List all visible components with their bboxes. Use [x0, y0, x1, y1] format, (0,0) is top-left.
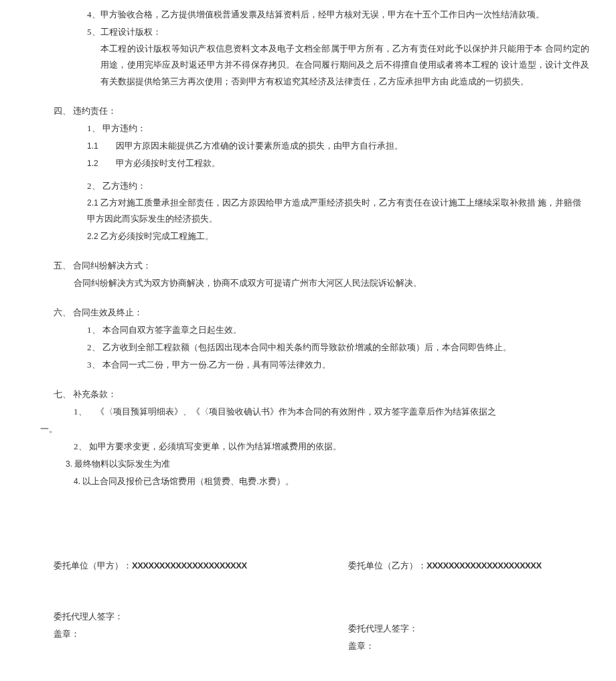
- s7-l1a: 1、 《〈项目预算明细表》、《〈项目验收确认书》作为本合同的有效附件，双方签字盖…: [27, 403, 589, 421]
- s4-yi-22: 2.2 乙方必须按时完成工程施工。: [27, 228, 589, 245]
- s4-jia-11: 1.1 因甲方原因未能提供乙方准确的设计要素所造成的损失，由甲方自行承担。: [27, 137, 589, 155]
- section-4-title: 四、 违约责任：: [27, 102, 589, 120]
- s7-l4: 4. 以上合同及报价已含场馆费用（租赁费、电费.水费）。: [27, 473, 589, 490]
- item-5-body: 本工程的设计版权等知识产权信息资料文本及电子文档全部属于甲方所有，乙方有责任对此…: [27, 41, 589, 90]
- signature-row-agents: 委托代理人签字： 盖章： 委托代理人签字： 盖章：: [27, 608, 589, 655]
- sig-yi: 委托单位（乙方）：XXXXXXXXXXXXXXXXXXXXX: [348, 557, 589, 575]
- section-7-title: 七、 补充条款：: [27, 386, 589, 403]
- item-4: 4、甲方验收合格，乙方提供增值税普通发票及结算资料后，经甲方核对无误，甲方在十五…: [27, 7, 589, 23]
- sig-yi-agent: 委托代理人签字： 盖章：: [348, 608, 589, 655]
- s6-l3: 3、 本合同一式二份，甲方一份.乙方一份，具有同等法律效力。: [27, 356, 589, 374]
- section-5-title: 五、 合同纠纷解决方式：: [27, 257, 589, 275]
- s4-jia-label: 1、 甲方违约：: [27, 120, 589, 137]
- s4-yi-label: 2、 乙方违约：: [27, 177, 589, 195]
- item-5-label: 5、工程设计版权：: [27, 23, 589, 41]
- sig-jia-agent: 委托代理人签字： 盖章：: [54, 608, 295, 655]
- signature-row-units: 委托单位（甲方）：XXXXXXXXXXXXXXXXXXXXX 委托单位（乙方）：…: [27, 557, 589, 575]
- section-5-body: 合同纠纷解决方式为双方协商解决，协商不成双方可提请广州市大河区人民法院诉讼解决。: [27, 275, 589, 292]
- s6-l2: 2、 乙方收到全部工程款额（包括因出现本合同中相关条约而导致款价增减的全部款项）…: [27, 339, 589, 356]
- s6-l1: 1、 本合同自双方签字盖章之日起生效。: [27, 321, 589, 339]
- s7-l2: 2、 如甲方要求变更，必须填写变更单，以作为结算增减费用的依据。: [27, 438, 589, 455]
- s4-jia-12: 1.2 甲方必须按时支付工程款。: [27, 155, 589, 172]
- sig-jia: 委托单位（甲方）：XXXXXXXXXXXXXXXXXXXXX: [54, 557, 295, 575]
- s7-l1b: 一。: [27, 421, 589, 438]
- section-6-title: 六、 合同生效及终止：: [27, 304, 589, 321]
- s7-l3: 3. 3. 最终物料以实际发生为准最终物料以实际发生为准: [27, 455, 589, 473]
- s4-yi-21: 2.1 乙方对施工质量承担全部责任，因乙方原因给甲方造成严重经济损失时，乙方有责…: [27, 195, 589, 228]
